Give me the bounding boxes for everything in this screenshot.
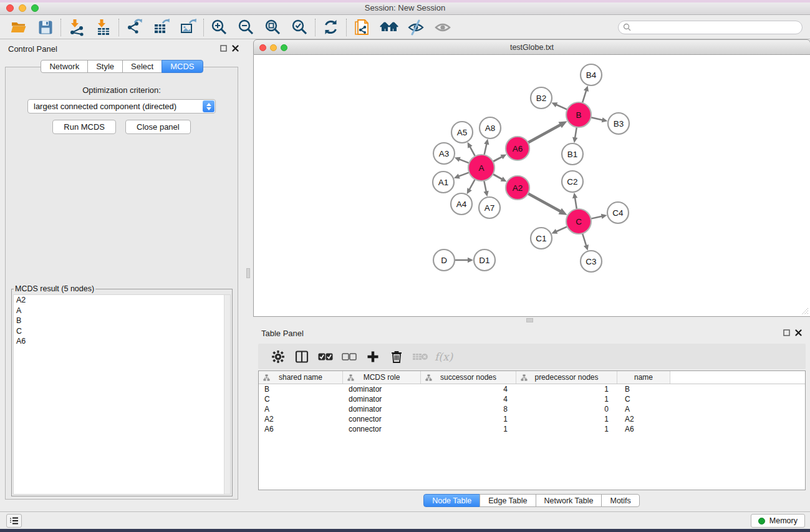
graph-edge-A-A8[interactable] xyxy=(484,143,486,155)
show-hidden-button[interactable] xyxy=(429,17,456,38)
list-item[interactable]: C xyxy=(14,326,230,337)
close-panel-button[interactable]: Close panel xyxy=(125,120,191,134)
graph-edge-A-A4[interactable] xyxy=(469,179,475,191)
delete-table-button[interactable] xyxy=(408,346,432,368)
graph-edge-B-B1[interactable] xyxy=(575,127,577,139)
unchecked-boxes-icon xyxy=(342,352,357,361)
search-field[interactable] xyxy=(618,21,803,34)
run-mcds-button[interactable]: Run MCDS xyxy=(52,120,116,134)
column-header-predecessor-nodes[interactable]: predecessor nodes xyxy=(516,371,617,384)
import-network-button[interactable] xyxy=(63,17,90,38)
table-cell: dominator xyxy=(343,394,421,404)
table-row[interactable]: A6connector11A6 xyxy=(259,424,805,434)
vertical-splitter[interactable] xyxy=(244,39,253,511)
open-file-button[interactable] xyxy=(5,17,32,38)
tab-network[interactable]: Network xyxy=(41,60,88,73)
search-input[interactable] xyxy=(634,23,798,32)
main-toolbar xyxy=(0,16,810,39)
table-settings-button[interactable] xyxy=(266,346,290,368)
zoom-in-button[interactable] xyxy=(206,17,233,38)
function-builder-button[interactable]: f(x) xyxy=(432,346,456,368)
select-all-button[interactable] xyxy=(314,346,337,368)
delete-column-button[interactable] xyxy=(385,346,408,368)
resize-grip-icon[interactable] xyxy=(801,307,809,315)
tab-node-table[interactable]: Node Table xyxy=(423,494,480,507)
show-all-networks-button[interactable] xyxy=(375,17,402,38)
graph-edge-B-B2[interactable] xyxy=(556,104,568,110)
table-body: Bdominator41BCdominator41CAdominator80AA… xyxy=(259,384,805,434)
graph-edge-A-A1[interactable] xyxy=(458,172,470,177)
task-history-button[interactable] xyxy=(6,514,22,528)
table-row[interactable]: Adominator80A xyxy=(259,404,805,414)
show-columns-button[interactable] xyxy=(290,346,314,368)
mcds-result-list[interactable]: A2ABCA6 xyxy=(13,294,231,495)
hide-selected-button[interactable] xyxy=(402,17,429,38)
zoom-out-button[interactable] xyxy=(233,17,259,38)
mcds-result-title: MCDS result (5 nodes) xyxy=(14,284,95,293)
graph-edge-C-C1[interactable] xyxy=(556,226,568,232)
export-table-button[interactable] xyxy=(148,17,175,38)
criterion-dropdown[interactable]: largest connected component (directed) xyxy=(27,99,216,114)
splitter-handle[interactable] xyxy=(246,268,250,278)
task-list-icon xyxy=(9,516,19,525)
list-item[interactable]: A6 xyxy=(14,336,230,347)
export-image-button[interactable] xyxy=(175,17,201,38)
zoom-fit-button[interactable] xyxy=(259,17,286,38)
apply-layout-button[interactable] xyxy=(317,17,344,38)
close-panel-icon[interactable] xyxy=(795,329,802,336)
float-panel-icon[interactable] xyxy=(783,329,790,336)
dropdown-stepper-icon xyxy=(203,100,215,112)
export-network-button[interactable] xyxy=(121,17,148,38)
close-panel-icon[interactable] xyxy=(232,45,239,52)
graph-edge-A2-C[interactable] xyxy=(528,193,561,212)
save-session-button[interactable] xyxy=(32,17,59,38)
graph-edge-B-B4[interactable] xyxy=(582,90,587,104)
float-panel-icon[interactable] xyxy=(220,45,227,52)
graph-edge-C-C3[interactable] xyxy=(582,233,587,246)
graph-edge-A-A7[interactable] xyxy=(484,180,486,193)
column-header-MCDS-role[interactable]: MCDS role xyxy=(343,371,421,384)
graph-edge-C-C4[interactable] xyxy=(591,216,603,218)
list-item[interactable]: A xyxy=(14,306,230,316)
network-graph[interactable]: BA6AA2CB4B2B3A8A5B1A3A1C2A4A7C4C1C3DD1 xyxy=(254,55,809,316)
edge-arrowhead-icon xyxy=(484,139,489,145)
import-table-button[interactable] xyxy=(90,17,117,38)
zoom-selected-button[interactable] xyxy=(286,17,313,38)
graph-edge-A6-B[interactable] xyxy=(528,124,561,143)
document-network-icon xyxy=(354,19,370,36)
graph-edge-B-B3[interactable] xyxy=(591,117,604,120)
tab-network-table[interactable]: Network Table xyxy=(536,494,602,507)
tab-edge-table[interactable]: Edge Table xyxy=(480,494,536,507)
graph-node-label: A6 xyxy=(513,144,523,153)
graph-edge-A-A5[interactable] xyxy=(470,146,476,157)
graph-edge-C-C2[interactable] xyxy=(575,197,577,210)
table-row[interactable]: Bdominator41B xyxy=(259,384,805,394)
graph-edge-A-A3[interactable] xyxy=(458,159,470,163)
tab-style[interactable]: Style xyxy=(87,60,123,73)
toolbar-separator xyxy=(315,19,316,36)
table-row[interactable]: Cdominator41C xyxy=(259,394,805,404)
network-canvas[interactable]: BA6AA2CB4B2B3A8A5B1A3A1C2A4A7C4C1C3DD1 xyxy=(253,55,810,317)
list-item[interactable]: A2 xyxy=(14,295,230,306)
network-window-titlebar[interactable]: testGlobe.txt xyxy=(253,39,810,55)
network-overview-button[interactable] xyxy=(349,17,375,38)
network-window-title: testGlobe.txt xyxy=(254,43,810,52)
tab-select[interactable]: Select xyxy=(122,60,162,73)
column-header-shared-name[interactable]: shared name xyxy=(259,371,343,384)
memory-button[interactable]: Memory xyxy=(751,514,805,528)
tab-motifs[interactable]: Motifs xyxy=(601,494,639,507)
graph-edge-A-A2[interactable] xyxy=(493,174,503,180)
deselect-all-button[interactable] xyxy=(337,346,361,368)
add-column-button[interactable] xyxy=(361,346,385,368)
tab-mcds[interactable]: MCDS xyxy=(162,60,203,73)
edge-arrowhead-icon xyxy=(484,191,489,197)
checked-boxes-icon xyxy=(318,352,333,361)
graph-edge-A-A6[interactable] xyxy=(493,157,503,162)
splitter-handle[interactable] xyxy=(526,318,533,322)
table-row[interactable]: A2connector11A2 xyxy=(259,414,805,424)
column-header-successor-nodes[interactable]: successor nodes xyxy=(421,371,516,384)
column-header-name[interactable]: name xyxy=(617,371,670,384)
horizontal-splitter[interactable] xyxy=(253,317,810,324)
table-cell: B xyxy=(617,384,670,394)
list-item[interactable]: B xyxy=(14,316,230,326)
